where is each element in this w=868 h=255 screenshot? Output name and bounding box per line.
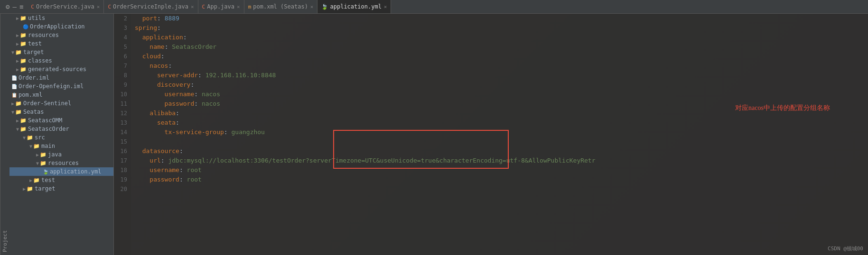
line-number: 15 bbox=[114, 137, 127, 146]
line-number: 11 bbox=[114, 99, 127, 109]
code-token: password bbox=[135, 99, 194, 109]
code-token bbox=[135, 14, 142, 23]
folder-icon: 📁 bbox=[27, 135, 33, 141]
arrow-icon: ▶ bbox=[16, 41, 19, 46]
tab-close[interactable]: × bbox=[191, 4, 194, 10]
line-number: 10 bbox=[114, 90, 127, 99]
tree-label: test bbox=[41, 177, 55, 183]
tree-item-resources2[interactable]: ▼ 📁 resources bbox=[9, 159, 113, 167]
tree-item-resources1[interactable]: ▶ 📁 resources bbox=[9, 31, 113, 39]
arrow-icon: ▶ bbox=[11, 101, 14, 106]
line-number: 16 bbox=[114, 146, 127, 156]
tab-orderserviceinple[interactable]: C OrderServiceInple.java × bbox=[104, 0, 198, 13]
tab-close[interactable]: × bbox=[97, 4, 100, 10]
folder-icon: 📁 bbox=[40, 160, 47, 166]
tree-item-seatascOMM[interactable]: ▶ 📁 SeatascOMM bbox=[9, 116, 113, 125]
side-panel-label[interactable]: Project bbox=[0, 14, 9, 255]
tab-java-icon: C bbox=[31, 4, 34, 10]
arrow-icon: ▶ bbox=[23, 186, 26, 191]
code-line: username: root bbox=[135, 165, 868, 175]
tree-item-utils[interactable]: ▶ 📁 utils bbox=[9, 14, 113, 22]
code-token: password bbox=[135, 175, 179, 184]
tree-item-java[interactable]: ▶ 📁 java bbox=[9, 150, 113, 159]
line-number: 17 bbox=[114, 156, 127, 165]
arrow-icon: ▼ bbox=[11, 50, 14, 55]
code-token: : bbox=[179, 146, 183, 156]
code-token: 192.168.116.10:8848 bbox=[205, 71, 276, 80]
code-token: name bbox=[135, 42, 165, 52]
code-token: seata bbox=[135, 118, 176, 128]
tree-label: Order-Openfeign.iml bbox=[19, 83, 84, 90]
tab-close[interactable]: × bbox=[310, 4, 314, 10]
code-line: cloud: bbox=[135, 52, 868, 61]
tab-appjava[interactable]: C App.java × bbox=[198, 0, 244, 13]
tree-item-order-iml[interactable]: 📄 Order.iml bbox=[9, 73, 113, 82]
minus-icon[interactable]: — bbox=[12, 3, 16, 10]
arrow-icon: ▼ bbox=[16, 127, 19, 132]
code-line: discovery: bbox=[135, 80, 868, 90]
tree-item-order-openfeign-iml[interactable]: 📄 Order-Openfeign.iml bbox=[9, 82, 113, 91]
tab-pomxml[interactable]: m pom.xml (Seatas) × bbox=[244, 0, 318, 13]
tab-close[interactable]: × bbox=[237, 4, 240, 10]
code-token: : bbox=[165, 42, 172, 52]
yml-icon: 🍃 bbox=[43, 169, 48, 174]
line-number: 2 bbox=[114, 14, 127, 23]
code-token: tx-service-group bbox=[135, 128, 224, 137]
tree-label: classes bbox=[28, 57, 52, 64]
tree-label: pom.xml bbox=[19, 91, 43, 98]
tree-label: Seatas bbox=[23, 109, 44, 115]
tree-item-generated-sources[interactable]: ▶ 📁 generated-sources bbox=[9, 65, 113, 73]
tree-item-src[interactable]: ▼ 📁 src bbox=[9, 133, 113, 142]
gear-icon[interactable]: ⚙ bbox=[6, 3, 9, 10]
tree-label: Order.iml bbox=[19, 74, 49, 81]
folder-icon: 📁 bbox=[33, 177, 40, 183]
code-line: name: SeatascOrder bbox=[135, 42, 868, 52]
tab-yml-icon: 🍃 bbox=[321, 4, 328, 10]
tree-item-target2[interactable]: ▶ 📁 target bbox=[9, 184, 113, 193]
tree-item-pom-xml[interactable]: 📋 pom.xml bbox=[9, 91, 113, 99]
tree-item-test1[interactable]: ▶ 📁 test bbox=[9, 39, 113, 48]
toolbar-icons: ⚙ — ≡ bbox=[2, 3, 27, 10]
tab-label: OrderService.java bbox=[36, 3, 94, 10]
arrow-icon: ▶ bbox=[29, 178, 32, 183]
code-token: port bbox=[142, 14, 157, 23]
tab-label: application.yml bbox=[330, 3, 381, 10]
menu-icon[interactable]: ≡ bbox=[19, 3, 23, 10]
line-number: 13 bbox=[114, 118, 127, 128]
code-token: : bbox=[176, 109, 179, 118]
tree-item-applicationyml[interactable]: 🍃 application.yml bbox=[9, 167, 113, 176]
code-line: password: root bbox=[135, 175, 868, 184]
code-editor[interactable]: port: 8889spring: application: name: Sea… bbox=[131, 14, 868, 255]
folder-icon: 📁 bbox=[15, 109, 22, 115]
folder-icon: 📁 bbox=[20, 126, 27, 132]
code-token: datasource bbox=[135, 146, 179, 156]
tree-item-orderapplication[interactable]: 🔵 OrderApplication bbox=[9, 22, 113, 31]
code-line: username: nacos bbox=[135, 90, 868, 99]
code-line bbox=[135, 137, 868, 146]
tree-label: src bbox=[35, 134, 45, 141]
line-number: 18 bbox=[114, 165, 127, 175]
tree-label: java bbox=[48, 151, 62, 158]
line-number: 8 bbox=[114, 71, 127, 80]
code-token: nacos bbox=[135, 61, 168, 71]
tab-applicationyml[interactable]: 🍃 application.yml × bbox=[317, 0, 391, 13]
tab-orderservice[interactable]: C OrderService.java × bbox=[27, 0, 104, 13]
tree-item-classes[interactable]: ▶ 📁 classes bbox=[9, 56, 113, 65]
tree-label: resources bbox=[28, 32, 59, 38]
code-token: : bbox=[157, 23, 161, 33]
tree-item-seatascOrder[interactable]: ▼ 📁 SeatascOrder bbox=[9, 125, 113, 133]
tree-item-main[interactable]: ▼ 📁 main bbox=[9, 142, 113, 150]
code-token: root bbox=[187, 175, 202, 184]
code-token: alibaba bbox=[135, 109, 176, 118]
editor-area: 对应nacos中上传的配置分组名称 CSDN @顿城00 23456789101… bbox=[114, 14, 868, 255]
tree-item-seatas[interactable]: ▼ 📁 Seatas bbox=[9, 108, 113, 116]
code-token: nacos bbox=[202, 90, 220, 99]
editor-content[interactable]: 234567891011121314151617181920 port: 888… bbox=[114, 14, 868, 255]
tree-item-order-sentinel[interactable]: ▶ 📁 Order-Sentinel bbox=[9, 99, 113, 108]
tab-close[interactable]: × bbox=[384, 4, 387, 10]
tab-bar: ⚙ — ≡ C OrderService.java × C OrderServi… bbox=[0, 0, 868, 14]
line-number: 6 bbox=[114, 52, 127, 61]
code-token: root bbox=[187, 165, 202, 175]
tree-item-target1[interactable]: ▼ 📁 target bbox=[9, 48, 113, 56]
tree-item-test2[interactable]: ▶ 📁 test bbox=[9, 176, 113, 184]
